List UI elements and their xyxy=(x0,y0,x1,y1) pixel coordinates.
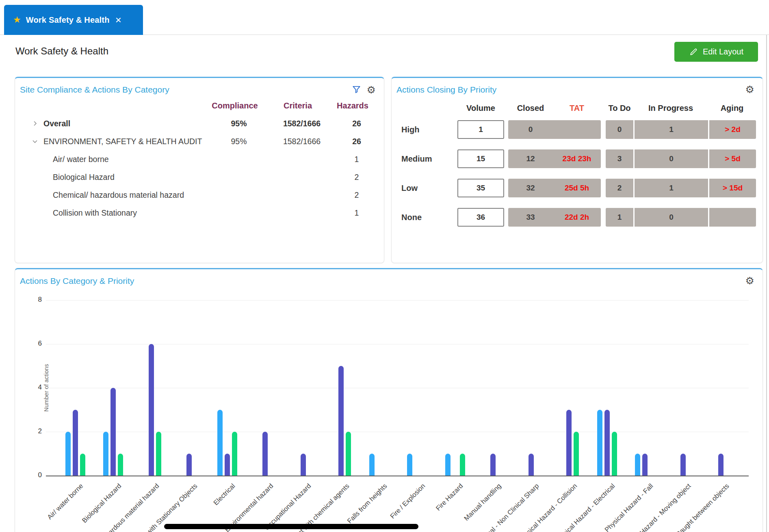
priority-label: High xyxy=(401,125,457,134)
chevron-right-icon[interactable] xyxy=(29,120,41,127)
criteria-value: 1582/1666 xyxy=(269,137,334,146)
compliance-row[interactable]: Air/ water borne1 xyxy=(15,150,384,168)
tat-value: 22d 2h xyxy=(553,213,601,222)
aging-value: > 15d xyxy=(709,179,756,197)
volume-cell[interactable]: 35 xyxy=(457,179,504,197)
compliance-value: 95% xyxy=(208,137,269,146)
priority-row: High1001> 2d xyxy=(392,120,763,139)
bar-indigo[interactable] xyxy=(262,432,268,476)
bar-blue[interactable] xyxy=(103,432,108,476)
bar-indigo[interactable] xyxy=(718,454,724,476)
compliance-row[interactable]: Biological Hazard2 xyxy=(15,168,384,186)
bar-indigo[interactable] xyxy=(149,344,154,476)
priority-row: None363322d 2h10 xyxy=(392,208,763,227)
x-axis-category-label: Fire / Explosion xyxy=(388,482,427,520)
tab-bar: ★ Work Safety & Health × xyxy=(0,0,769,35)
todo-value: 2 xyxy=(606,179,633,197)
category-label: Chemical/ hazardous material hazard xyxy=(41,189,204,201)
bar-blue[interactable] xyxy=(65,432,71,476)
volume-cell[interactable]: 1 xyxy=(457,120,504,139)
hazards-value: 1 xyxy=(334,208,379,218)
chart-horizontal-scrollbar[interactable] xyxy=(164,524,418,529)
closed-value: 12 xyxy=(508,154,553,163)
priority-label: None xyxy=(401,213,457,222)
tat-value: 23d 23h xyxy=(553,154,601,163)
page-scrollbar-track[interactable] xyxy=(766,35,767,532)
hazards-value: 2 xyxy=(334,190,379,200)
category-label: Biological Hazard xyxy=(41,171,204,183)
bar-green[interactable] xyxy=(612,432,617,476)
bar-blue[interactable] xyxy=(217,410,223,476)
gear-icon[interactable]: ⚙ xyxy=(745,276,754,285)
column-closed: Closed xyxy=(508,104,553,113)
bar-indigo[interactable] xyxy=(490,454,496,476)
y-tick-label: 4 xyxy=(28,383,42,391)
bar-green[interactable] xyxy=(574,432,579,476)
bar-indigo[interactable] xyxy=(642,454,648,476)
actions-closing-panel: Actions Closing By Priority ⚙ Volume Clo… xyxy=(391,77,763,263)
aging-value: > 5d xyxy=(709,149,756,168)
column-todo: To Do xyxy=(606,104,633,113)
compliance-row[interactable]: Overall95%1582/166626 xyxy=(15,115,384,132)
gear-icon[interactable]: ⚙ xyxy=(745,85,754,94)
priority-row: Medium151223d 23h30> 5d xyxy=(392,149,763,168)
bar-green[interactable] xyxy=(460,454,465,476)
column-criteria: Criteria xyxy=(265,101,330,110)
compliance-row[interactable]: Collision with Stationary1 xyxy=(15,204,384,222)
bar-indigo[interactable] xyxy=(604,410,610,476)
aging-value: > 2d xyxy=(709,120,756,139)
bar-green[interactable] xyxy=(232,432,237,476)
category-label: ENVIRONMENT, SAFETY & HEALTH AUDIT xyxy=(41,136,204,147)
bar-blue[interactable] xyxy=(597,410,602,476)
bar-indigo[interactable] xyxy=(566,410,572,476)
hazards-value: 2 xyxy=(334,173,379,182)
closed-tat-cell: 3322d 2h xyxy=(508,208,601,227)
compliance-table-header: Compliance Criteria Hazards xyxy=(15,101,384,110)
column-in-progress: In Progress xyxy=(633,104,708,113)
bar-blue[interactable] xyxy=(369,454,375,476)
compliance-row[interactable]: Chemical/ hazardous material hazard2 xyxy=(15,186,384,204)
in-progress-value: 1 xyxy=(635,179,708,197)
closed-tat-cell: 0 xyxy=(508,120,601,139)
actions-by-category-panel: Actions By Category & Priority ⚙ Number … xyxy=(15,268,763,532)
volume-cell[interactable]: 15 xyxy=(457,149,504,168)
gear-icon[interactable]: ⚙ xyxy=(367,85,376,94)
bar-green[interactable] xyxy=(118,454,123,476)
bar-green[interactable] xyxy=(156,432,161,476)
column-hazards: Hazards xyxy=(330,101,375,110)
volume-cell[interactable]: 36 xyxy=(457,208,504,227)
bar-green[interactable] xyxy=(346,432,351,476)
bar-blue[interactable] xyxy=(445,454,451,476)
chart-panel-title: Actions By Category & Priority xyxy=(20,276,134,286)
bar-blue[interactable] xyxy=(407,454,412,476)
hazards-value: 26 xyxy=(334,119,379,128)
bar-indigo[interactable] xyxy=(73,410,78,476)
bar-blue[interactable] xyxy=(635,454,640,476)
closed-value: 32 xyxy=(508,184,553,192)
bar-indigo[interactable] xyxy=(680,454,686,476)
bar-indigo[interactable] xyxy=(225,454,230,476)
compliance-value: 95% xyxy=(208,119,269,128)
pencil-icon xyxy=(689,48,698,56)
column-volume: Volume xyxy=(457,104,504,113)
priority-row: Low353225d 5h21> 15d xyxy=(392,179,763,197)
bar-indigo[interactable] xyxy=(301,454,306,476)
edit-layout-label: Edit Layout xyxy=(703,47,743,56)
compliance-rows: Overall95%1582/166626ENVIRONMENT, SAFETY… xyxy=(15,115,384,222)
page-title: Work Safety & Health xyxy=(15,45,108,57)
gridline xyxy=(46,300,749,301)
bar-indigo[interactable] xyxy=(186,454,192,476)
tab-work-safety-health[interactable]: ★ Work Safety & Health × xyxy=(4,5,143,35)
bar-indigo[interactable] xyxy=(110,388,116,476)
favorite-star-icon[interactable]: ★ xyxy=(13,15,21,25)
edit-layout-button[interactable]: Edit Layout xyxy=(674,42,758,62)
bar-indigo[interactable] xyxy=(529,454,534,476)
tab-close-icon[interactable]: × xyxy=(115,16,121,24)
bar-indigo[interactable] xyxy=(338,366,344,476)
priority-label: Medium xyxy=(401,154,457,164)
column-aging: Aging xyxy=(708,104,756,113)
compliance-row[interactable]: ENVIRONMENT, SAFETY & HEALTH AUDIT95%158… xyxy=(15,132,384,150)
filter-icon[interactable] xyxy=(352,85,361,94)
chevron-down-icon[interactable] xyxy=(29,138,41,145)
bar-green[interactable] xyxy=(80,454,85,476)
